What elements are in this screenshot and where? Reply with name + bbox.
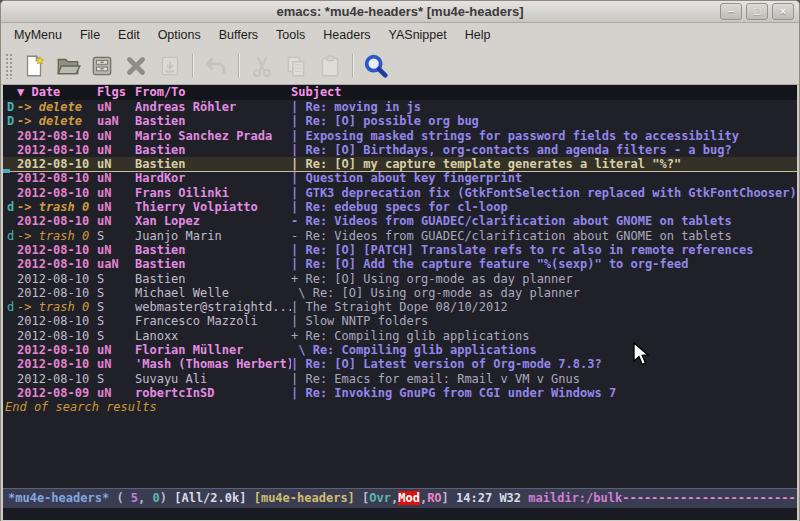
menu-item-mymenu[interactable]: MyMenu xyxy=(5,25,71,45)
message-subject: | Question about key fingerprint xyxy=(291,171,797,185)
message-flags: S xyxy=(97,286,135,300)
close-button[interactable]: × xyxy=(772,3,794,20)
save-buffer-button[interactable] xyxy=(85,50,119,82)
menu-item-headers[interactable]: Headers xyxy=(314,25,379,45)
close-icon: × xyxy=(780,6,786,17)
close-buffer-button[interactable] xyxy=(119,50,153,82)
message-subject: | Re: [O] my capture template generates … xyxy=(291,157,797,171)
message-from: 'Mash (Thomas Herbert) xyxy=(135,357,291,371)
message-row[interactable]: 2012-08-10uNMario Sanchez Prada| Exposin… xyxy=(3,129,797,143)
message-date: 2012-08-10 xyxy=(17,343,97,357)
message-row[interactable]: 2012-08-10uNXan Lopez- Re: Videos from G… xyxy=(3,214,797,228)
maximize-icon: □ xyxy=(754,6,761,17)
modeline-segment-time: 14:27 W32 xyxy=(456,491,528,505)
message-from: Thierry Volpiatto xyxy=(135,200,291,214)
message-subject: + Re: [O] Using org-mode as day planner xyxy=(291,272,797,286)
header-date-col[interactable]: ▼ Date xyxy=(17,85,97,100)
message-date: -> delete xyxy=(17,114,97,128)
empty-buffer-area xyxy=(3,415,797,488)
message-date: -> trash 0 xyxy=(17,300,97,314)
message-marker xyxy=(3,243,17,257)
message-row[interactable]: 2012-08-10uNBastien| Re: [O] Birthdays, … xyxy=(3,143,797,157)
message-row[interactable]: 2012-08-10SSuvayu Ali| Re: Emacs for ema… xyxy=(3,372,797,386)
message-subject: | Re: [O] Birthdays, org-contacts and ag… xyxy=(291,143,797,157)
message-marker xyxy=(3,257,17,271)
emacs-frame: ▼ Date Flgs From/To Subject D-> deleteuN… xyxy=(1,85,799,521)
message-row[interactable]: d-> trash 0SJuanjo Marin- Re: Videos fro… xyxy=(3,229,797,243)
message-from: Xan Lopez xyxy=(135,214,291,228)
minimize-button[interactable]: – xyxy=(720,3,742,20)
message-subject: | Re: moving in js xyxy=(291,100,797,114)
menu-item-yasnippet[interactable]: YASnippet xyxy=(380,25,456,45)
message-row[interactable]: d-> trash 0Swebmaster@straightd...| The … xyxy=(3,300,797,314)
emacs-window: emacs: *mu4e-headers* [mu4e-headers] – □… xyxy=(0,0,800,521)
menu-item-file[interactable]: File xyxy=(71,25,109,45)
header-flags-col[interactable]: Flgs xyxy=(97,85,135,100)
header-from-col[interactable]: From/To xyxy=(135,85,291,100)
message-marker xyxy=(3,214,17,228)
toolbar-separator xyxy=(192,54,194,78)
message-date: 2012-08-10 xyxy=(17,171,97,185)
message-from: Bastien xyxy=(135,257,291,271)
message-marker xyxy=(3,171,17,185)
message-row[interactable]: 2012-08-10uaNBastien| Re: [O] Add the ca… xyxy=(3,257,797,271)
message-marker xyxy=(3,157,17,171)
new-file-button[interactable] xyxy=(17,50,51,82)
message-date: 2012-08-10 xyxy=(17,129,97,143)
toolbar-drag-handle[interactable] xyxy=(5,53,13,79)
message-date: 2012-08-10 xyxy=(17,157,97,171)
message-row[interactable]: 2012-08-10uNHardKor| Question about key … xyxy=(3,171,797,185)
copy-button xyxy=(279,50,313,82)
modeline-segment-path: maildir:/bulk xyxy=(528,491,622,505)
titlebar[interactable]: emacs: *mu4e-headers* [mu4e-headers] – □… xyxy=(1,1,799,23)
minimize-icon: – xyxy=(728,6,734,17)
message-row[interactable]: 2012-08-10uN'Mash (Thomas Herbert)| Re: … xyxy=(3,357,797,371)
menu-item-tools[interactable]: Tools xyxy=(267,25,314,45)
menu-item-buffers[interactable]: Buffers xyxy=(210,25,267,45)
message-flags: S xyxy=(97,300,135,314)
message-subject: | Re: [O] Latest version of Org-mode 7.8… xyxy=(291,357,797,371)
message-from: Lanoxx xyxy=(135,329,291,343)
menu-item-options[interactable]: Options xyxy=(149,25,210,45)
message-flags: uaN xyxy=(97,257,135,271)
message-marker: D xyxy=(3,100,17,114)
search-button[interactable] xyxy=(359,50,393,82)
menu-item-help[interactable]: Help xyxy=(456,25,500,45)
message-subject: \ Re: Compiling glib applications xyxy=(291,343,797,357)
message-subject: | Re: [O] possible org bug xyxy=(291,114,797,128)
message-from: robertcInSD xyxy=(135,386,291,400)
message-row[interactable]: 2012-08-10uNFrans Oilinki| GTK3 deprecat… xyxy=(3,186,797,200)
header-subject-col[interactable]: Subject xyxy=(291,85,342,100)
message-date: 2012-08-09 xyxy=(17,386,97,400)
mode-line[interactable]: *mu4e-headers* ( 5, 0) [All/2.0k] [mu4e-… xyxy=(3,488,797,508)
message-row[interactable]: D-> deleteuNAndreas Röhler| Re: moving i… xyxy=(3,100,797,114)
save-as-icon xyxy=(157,53,183,79)
message-subject: - Re: Videos from GUADEC/clarification a… xyxy=(291,214,797,228)
cut-button xyxy=(245,50,279,82)
message-row[interactable]: 2012-08-10SLanoxx+ Re: Compiling glib ap… xyxy=(3,329,797,343)
message-row[interactable]: 2012-08-10SBastien+ Re: [O] Using org-mo… xyxy=(3,272,797,286)
save-buffer-icon xyxy=(89,53,115,79)
message-row[interactable]: 2012-08-10uNBastien| Re: [O] [PATCH] Tra… xyxy=(3,243,797,257)
message-flags: S xyxy=(97,329,135,343)
message-row[interactable]: 2012-08-10uNBastien| Re: [O] my capture … xyxy=(3,157,797,171)
message-row[interactable]: 2012-08-09uNrobertcInSD| Re: Invoking Gn… xyxy=(3,386,797,400)
message-marker: d xyxy=(3,200,17,214)
menu-item-edit[interactable]: Edit xyxy=(109,25,149,45)
window-title: emacs: *mu4e-headers* [mu4e-headers] xyxy=(1,4,799,19)
maximize-button[interactable]: □ xyxy=(746,3,768,20)
message-flags: uN xyxy=(97,129,135,143)
message-from: webmaster@straightd... xyxy=(135,300,291,314)
message-row[interactable]: d-> trash 0uNThierry Volpiatto| Re: edeb… xyxy=(3,200,797,214)
message-row[interactable]: D-> deleteuaNBastien| Re: [O] possible o… xyxy=(3,114,797,128)
message-date: 2012-08-10 xyxy=(17,186,97,200)
echo-area[interactable] xyxy=(3,508,797,520)
message-date: -> trash 0 xyxy=(17,229,97,243)
message-row[interactable]: 2012-08-10SMichael Welle \ Re: [O] Using… xyxy=(3,286,797,300)
message-row[interactable]: 2012-08-10SFrancesco Mazzoli| Slow NNTP … xyxy=(3,314,797,328)
message-row[interactable]: 2012-08-10uNFlorian Müllner \ Re: Compil… xyxy=(3,343,797,357)
undo-button xyxy=(199,50,233,82)
open-folder-button[interactable] xyxy=(51,50,85,82)
modeline-segment-base: ) xyxy=(160,491,174,505)
message-date: 2012-08-10 xyxy=(17,372,97,386)
